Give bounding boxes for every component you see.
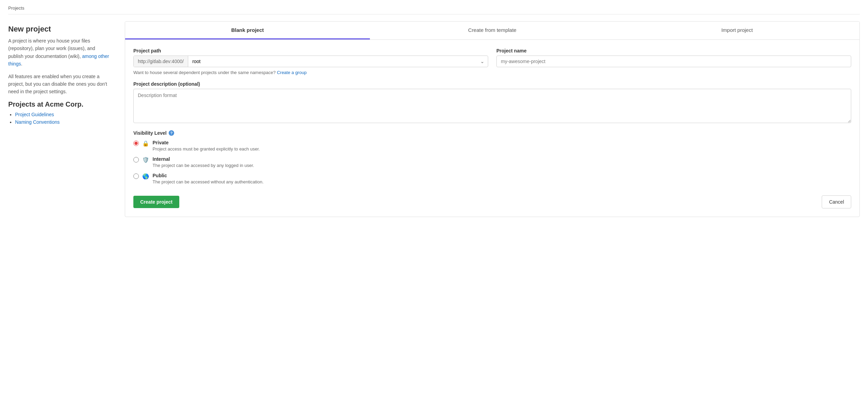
visibility-title: Visibility Level ? [133,130,851,136]
content-panel: Blank project Create from template Impor… [125,21,860,217]
breadcrumb: Projects [8,5,24,11]
project-name-group: Project name [496,48,851,67]
project-path-label: Project path [133,48,488,53]
namespace-select[interactable]: root [188,56,488,67]
form-body: Project path http://gitlab.dev:4000/ roo… [125,40,859,217]
tab-import-project[interactable]: Import project [615,22,859,39]
form-actions: Create project Cancel [133,193,851,208]
visibility-section: Visibility Level ? 🔒 Private Project acc… [133,130,851,184]
path-prefix: http://gitlab.dev:4000/ [134,56,188,67]
lock-icon: 🔒 [142,140,149,147]
tabs: Blank project Create from template Impor… [125,22,859,40]
visibility-option-private: 🔒 Private Project access must be granted… [133,140,851,152]
visibility-help-icon[interactable]: ? [169,130,174,136]
description-textarea[interactable] [133,89,851,123]
visibility-text-private: Private Project access must be granted e… [153,140,260,152]
visibility-radio-internal[interactable] [133,157,139,162]
project-name-label: Project name [496,48,851,53]
visibility-option-public: 🌎 Public The project can be accessed wit… [133,173,851,184]
project-guidelines-link[interactable]: Project Guidelines [15,112,54,117]
shield-icon: 🛡️ [142,157,149,163]
new-project-title: New project [8,25,111,34]
project-name-input[interactable] [496,56,851,67]
tab-blank-project[interactable]: Blank project [125,22,370,39]
namespace-hint: Want to house several dependent projects… [133,70,851,75]
visibility-text-internal: Internal The project can be accessed by … [153,156,254,168]
sidebar-description-2: All features are enabled when you create… [8,73,111,96]
sidebar-description-1: A project is where you house your files … [8,37,111,68]
globe-icon: 🌎 [142,173,149,180]
visibility-option-internal: 🛡️ Internal The project can be accessed … [133,156,851,168]
project-path-group: Project path http://gitlab.dev:4000/ roo… [133,48,488,67]
sidebar-links: Project Guidelines Naming Conventions [8,112,111,125]
sidebar: New project A project is where you house… [8,21,111,127]
path-input-row: http://gitlab.dev:4000/ root ⌄ [133,56,488,67]
description-label: Project description (optional) [133,81,851,87]
cancel-button[interactable]: Cancel [822,195,851,208]
group-title: Projects at Acme Corp. [8,100,111,108]
description-group: Project description (optional) [133,81,851,124]
tab-create-from-template[interactable]: Create from template [370,22,615,39]
create-group-link[interactable]: Create a group [277,70,307,75]
visibility-text-public: Public The project can be accessed witho… [153,173,264,184]
visibility-radio-private[interactable] [133,141,139,146]
path-select-wrapper: root ⌄ [188,56,488,67]
naming-conventions-link[interactable]: Naming Conventions [15,119,60,125]
visibility-radio-public[interactable] [133,173,139,179]
create-project-button[interactable]: Create project [133,196,179,208]
